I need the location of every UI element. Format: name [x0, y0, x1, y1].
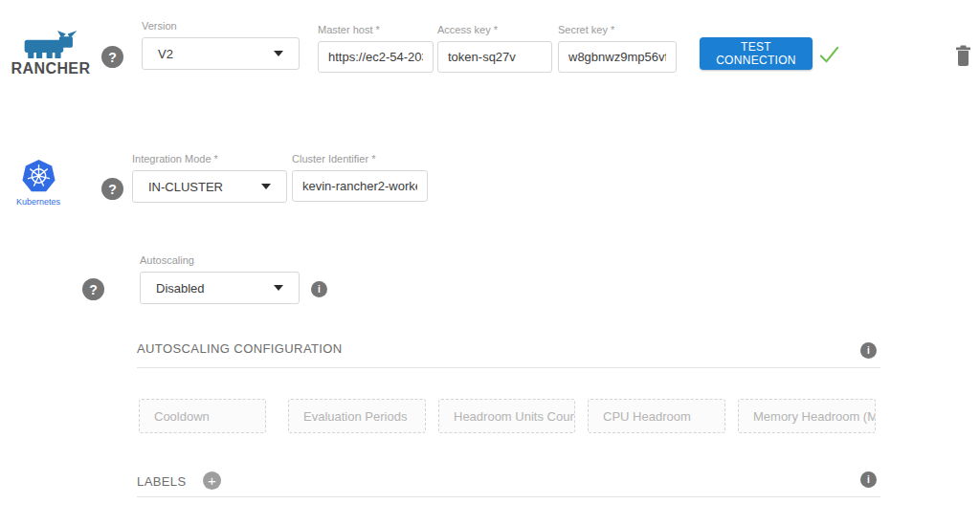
autoscaling-configuration-title: AUTOSCALING CONFIGURATION [137, 341, 343, 356]
secret-key-input[interactable] [558, 41, 677, 73]
info-icon-autoscaling-configuration[interactable]: i [860, 342, 877, 359]
secret-key-field: Secret key * [558, 24, 677, 73]
master-host-input[interactable] [318, 41, 434, 73]
chevron-down-icon [274, 285, 283, 291]
section-divider [137, 496, 880, 497]
cluster-identifier-input[interactable] [292, 170, 428, 202]
help-glyph: ? [89, 282, 98, 297]
cooldown-input-disabled: Cooldown [139, 399, 266, 433]
integration-mode-select[interactable]: IN-CLUSTER [132, 170, 287, 203]
labels-title: LABELS [137, 474, 187, 489]
headroom-units-count-input-disabled: Headroom Units Count [438, 399, 575, 433]
cpu-headroom-input-disabled: CPU Headroom [588, 399, 725, 433]
help-glyph: ? [108, 182, 117, 197]
kubernetes-logo: Kubernetes [14, 160, 62, 207]
info-glyph: i [318, 284, 321, 295]
autoscaling-field: Autoscaling Disabled [140, 254, 300, 304]
add-label-button[interactable]: + [203, 471, 221, 490]
master-host-label: Master host * [318, 24, 434, 35]
rancher-bull-icon [10, 31, 92, 59]
plus-icon: + [208, 472, 216, 489]
autoscaling-select[interactable]: Disabled [140, 272, 300, 304]
kubernetes-logo-text: Kubernetes [14, 197, 62, 207]
version-label: Version [142, 20, 300, 32]
access-key-input[interactable] [437, 41, 552, 73]
evaluation-periods-input-disabled: Evaluation Periods [288, 399, 426, 433]
access-key-field: Access key * [437, 24, 552, 73]
chevron-down-icon [274, 51, 283, 56]
chevron-down-icon [261, 184, 271, 189]
help-icon-autoscaling[interactable]: ? [82, 278, 104, 300]
memory-headroom-input-disabled: Memory Headroom (MiB) [738, 399, 876, 433]
version-field: Version V2 [142, 20, 300, 70]
info-icon-autoscaling[interactable]: i [311, 281, 327, 297]
integration-mode-field: Integration Mode * IN-CLUSTER [132, 153, 287, 203]
test-connection-button[interactable]: TEST CONNECTION [700, 37, 813, 70]
rancher-logo: RANCHER [10, 31, 92, 77]
integration-mode-label: Integration Mode * [132, 153, 287, 164]
section-divider [137, 367, 880, 368]
cluster-identifier-field: Cluster Identifier * [292, 153, 428, 202]
connection-success-check-icon [818, 44, 840, 70]
delete-integration-trash-icon[interactable] [955, 44, 971, 71]
info-glyph: i [867, 474, 870, 485]
version-select[interactable]: V2 [142, 37, 300, 70]
help-icon-kubernetes[interactable]: ? [101, 178, 123, 200]
version-value: V2 [158, 47, 173, 61]
access-key-label: Access key * [437, 24, 552, 35]
autoscaling-value: Disabled [156, 281, 205, 296]
master-host-field: Master host * [318, 24, 434, 73]
info-glyph: i [867, 345, 870, 356]
info-icon-labels[interactable]: i [860, 471, 877, 488]
help-glyph: ? [108, 50, 117, 65]
rancher-logo-text: RANCHER [10, 60, 92, 77]
autoscaling-label: Autoscaling [140, 254, 300, 266]
integration-mode-value: IN-CLUSTER [148, 180, 223, 194]
kubernetes-helm-icon [14, 160, 62, 194]
integration-settings-page: RANCHER ? Version V2 Master host * Acces… [0, 0, 980, 526]
cluster-identifier-label: Cluster Identifier * [292, 153, 428, 164]
help-icon-rancher[interactable]: ? [101, 46, 123, 68]
secret-key-label: Secret key * [558, 24, 677, 35]
